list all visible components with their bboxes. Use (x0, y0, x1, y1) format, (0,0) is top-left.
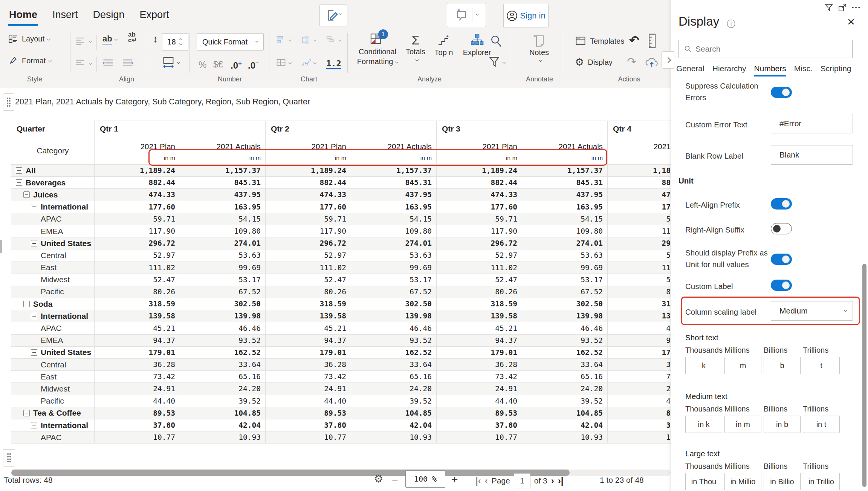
search-data-icon[interactable] (490, 35, 503, 47)
decrease-indent-icon[interactable] (102, 57, 115, 69)
align-horizontal-button[interactable] (75, 36, 92, 46)
info-icon[interactable]: ⓘ (727, 18, 735, 30)
unit-value-input[interactable]: in b (764, 416, 801, 433)
unit-value-input[interactable]: k (685, 357, 722, 374)
percent-format-icon[interactable]: % (199, 60, 206, 70)
currency-format-icon[interactable]: $€ (213, 60, 223, 70)
bar-chart-button[interactable] (276, 35, 291, 45)
close-panel-icon[interactable]: × (847, 15, 855, 28)
collapse-row-icon[interactable] (23, 410, 30, 416)
stepper-arrows-icon[interactable] (180, 39, 182, 45)
column-width-button[interactable] (162, 56, 180, 69)
collapse-row-icon[interactable] (16, 167, 22, 174)
canvas-edge-handle[interactable] (0, 240, 2, 253)
visual-resize-handle[interactable] (3, 449, 15, 467)
cell-actual-q3: 33.64 (522, 359, 607, 370)
unit-value-input[interactable]: in m (724, 416, 761, 433)
unit-value-input[interactable]: m (724, 357, 761, 374)
row-height-icon[interactable]: ↕ (153, 33, 158, 45)
column-scaling-dropdown[interactable]: Medium (771, 301, 853, 321)
vertical-scrollbar-thumb[interactable] (862, 264, 866, 487)
redo-icon[interactable]: ↷ (627, 55, 636, 68)
layout-button[interactable]: Layout (8, 34, 50, 44)
unit-value-input[interactable]: in k (685, 416, 722, 433)
first-page-icon[interactable]: |‹ (475, 476, 481, 486)
collapse-row-icon[interactable] (31, 240, 37, 246)
panel-search-input[interactable]: Search (679, 40, 853, 58)
templates-button[interactable]: Templates (575, 35, 624, 47)
more-options-icon[interactable]: … (851, 0, 861, 11)
increase-decimals-icon[interactable]: .0+ (231, 60, 242, 71)
increase-indent-icon[interactable] (121, 57, 134, 69)
quick-format-select[interactable]: Quick Format (197, 33, 264, 50)
panel-tab-scripting[interactable]: Scripting (821, 64, 851, 76)
unit-value-input[interactable]: b (764, 357, 801, 374)
notes-button[interactable]: Notes (522, 33, 556, 64)
conditional-formatting-button[interactable]: 1 ConditionalFormatting (356, 32, 399, 66)
cloud-upload-icon[interactable] (644, 56, 659, 69)
zoom-out-button[interactable]: − (392, 474, 398, 486)
ribbon-tab-design[interactable]: Design (93, 9, 125, 24)
collapse-row-icon[interactable] (23, 191, 30, 198)
ribbon-tab-home[interactable]: Home (9, 9, 37, 24)
font-size-stepper[interactable]: 18 (162, 33, 188, 50)
text-direction-button[interactable]: ab (102, 34, 117, 44)
custom-error-input[interactable]: #Error (771, 114, 853, 133)
right-align-suffix-toggle[interactable] (771, 223, 792, 234)
last-page-icon[interactable]: ›| (558, 476, 564, 486)
totals-button[interactable]: Σ Totals (402, 33, 429, 63)
display-button[interactable]: ⚙ Display (575, 57, 613, 67)
unit-value-input[interactable]: in Trillio (803, 473, 840, 490)
ruler-icon[interactable] (646, 33, 658, 48)
previous-page-icon[interactable]: ‹ (485, 476, 488, 486)
filter-icon[interactable] (824, 3, 833, 12)
blank-row-input[interactable]: Blank (771, 145, 853, 165)
panel-tab-general[interactable]: General (676, 64, 704, 76)
unit-value-input[interactable]: in t (803, 416, 840, 433)
collapse-row-icon[interactable] (16, 179, 22, 186)
unit-value-input[interactable]: in Billio (764, 473, 801, 490)
expand-visual-icon[interactable] (838, 3, 847, 12)
undo-icon[interactable]: ↶ (629, 33, 639, 47)
left-align-prefix-toggle[interactable] (771, 198, 792, 210)
unit-column-header: Millions (724, 405, 764, 413)
panel-tab-misc[interactable]: Misc. (794, 64, 813, 76)
zoom-in-button[interactable]: + (451, 473, 458, 486)
top-n-button[interactable]: Top n (429, 33, 458, 57)
ribbon-tab-insert[interactable]: Insert (52, 9, 78, 24)
suppress-errors-toggle[interactable] (771, 87, 792, 98)
page-number-input[interactable]: 1 (514, 473, 530, 488)
panel-tab-hierarchy[interactable]: Hierarchy (712, 64, 746, 76)
column-chart-button[interactable] (301, 35, 316, 45)
unit-value-input[interactable]: in Millio (724, 473, 761, 490)
filter-button[interactable] (488, 56, 505, 69)
prefix-as-unit-toggle[interactable] (771, 254, 792, 265)
collapse-row-icon[interactable] (31, 422, 37, 428)
collapse-row-icon[interactable] (31, 349, 37, 356)
format-button[interactable]: Format (8, 56, 51, 66)
collapse-row-icon[interactable] (23, 301, 30, 307)
collapse-row-icon[interactable] (31, 313, 37, 319)
settings-gear-icon[interactable]: ⚙ (374, 473, 383, 485)
wrap-text-icon[interactable]: abc↵ (128, 32, 137, 43)
number-format-icon[interactable]: 1.2 (326, 59, 341, 69)
cell-plan-q1: 882.44 (94, 177, 180, 188)
collapse-row-icon[interactable] (31, 204, 37, 210)
unit-value-input[interactable]: in Thou (685, 473, 722, 490)
custom-label-toggle[interactable] (771, 280, 792, 291)
comment-button[interactable] (447, 3, 486, 27)
ribbon-tab-export[interactable]: Export (140, 9, 169, 24)
visual-drag-handle[interactable] (3, 93, 14, 111)
panel-tab-numbers[interactable]: Numbers (754, 64, 786, 76)
sign-in-button[interactable]: Sign in (503, 4, 549, 28)
expand-panel-button[interactable] (662, 51, 674, 69)
unit-value-input[interactable]: t (803, 357, 840, 374)
line-chart-button[interactable] (301, 57, 316, 68)
edit-mode-button[interactable] (319, 5, 347, 26)
next-page-icon[interactable]: › (551, 476, 554, 486)
table-view-button[interactable] (276, 57, 291, 68)
waterfall-chart-button[interactable] (326, 35, 341, 45)
decrease-decimals-icon[interactable]: .0− (248, 60, 259, 71)
zoom-level-input[interactable]: 100 % (405, 470, 445, 488)
align-vertical-button[interactable] (75, 59, 92, 68)
